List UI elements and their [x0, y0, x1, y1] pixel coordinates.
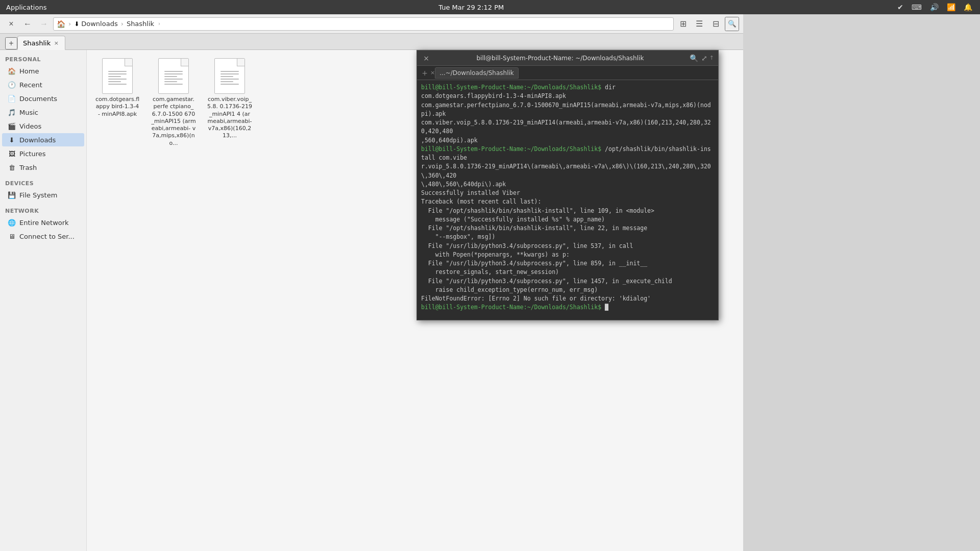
terminal-command: dir	[605, 84, 616, 91]
terminal-title: bill@bill-System-Product-Name: ~/Downloa…	[431, 55, 689, 62]
terminal-scroll-indicator: ↑	[709, 55, 714, 61]
file-name-perfectpiano: com.gamestar.perfe ctpiano_6.7.0-1500 67…	[151, 96, 196, 147]
file-item-flappybird[interactable]: com.dotgears.flappy bird-1.3-4- minAPI8.…	[92, 55, 143, 150]
sidebar-item-downloads[interactable]: ⬇ Downloads	[2, 133, 84, 146]
sidebar-pictures-label: Pictures	[19, 150, 45, 158]
fm-sidebar: Personal 🏠 Home 🕐 Recent 📄 Documents 🎵 M…	[0, 50, 87, 551]
sidebar-item-entire-network[interactable]: 🌐 Entire Network	[2, 216, 84, 229]
file-name-flappybird: com.dotgears.flappy bird-1.3-4- minAPI8.…	[95, 96, 140, 118]
terminal-tab-close[interactable]: ×	[430, 69, 435, 76]
tab-close-button[interactable]: ×	[53, 39, 60, 46]
home-icon: 🏠	[7, 66, 16, 76]
sidebar-item-pictures[interactable]: 🖼 Pictures	[2, 147, 84, 160]
downloads-sidebar-icon: ⬇	[7, 135, 16, 144]
network-section-label: Network	[0, 206, 86, 215]
topbar: Applications Tue Mar 29 2:12 PM ✔ ⌨ 🔊 📶 …	[0, 0, 980, 14]
tab-shashlik-label: Shashlik	[23, 39, 51, 47]
terminal-line: Traceback (most recent call last):	[421, 197, 714, 206]
file-item-viber[interactable]: com.viber.voip_5.8. 0.1736-219_minAPI1 4…	[204, 55, 255, 150]
terminal-titlebar: × bill@bill-System-Product-Name: ~/Downl…	[417, 51, 718, 66]
terminal-close-button[interactable]: ×	[421, 53, 431, 63]
connect-server-icon: 🖥	[7, 232, 16, 241]
volume-icon[interactable]: 🔊	[928, 3, 940, 11]
personal-section-label: Personal	[0, 54, 86, 64]
address-downloads[interactable]: Downloads	[81, 20, 117, 28]
sidebar-item-videos[interactable]: 🎬 Videos	[2, 119, 84, 133]
compact-view-button[interactable]: ⊟	[708, 17, 723, 31]
sidebar-filesystem-label: File System	[19, 191, 57, 199]
terminal-tabs: + × ...~/Downloads/Shashlik	[417, 66, 718, 80]
close-button[interactable]: ×	[4, 17, 18, 31]
keyboard-icon[interactable]: ⌨	[910, 3, 923, 11]
terminal-prompt: bill@bill-System-Product-Name:~/Download…	[421, 304, 605, 311]
sidebar-item-filesystem[interactable]: 💾 File System	[2, 188, 84, 202]
terminal-search-button[interactable]: 🔍	[689, 53, 699, 63]
sidebar-item-recent[interactable]: 🕐 Recent	[2, 78, 84, 91]
pictures-icon: 🖼	[7, 149, 16, 158]
videos-icon: 🎬	[7, 121, 16, 131]
trash-icon: 🗑	[7, 163, 16, 172]
sidebar-entire-network-label: Entire Network	[19, 219, 69, 227]
sidebar-music-label: Music	[19, 109, 38, 116]
sidebar-item-music[interactable]: 🎵 Music	[2, 106, 84, 119]
sidebar-item-home[interactable]: 🏠 Home	[2, 64, 84, 78]
terminal-line: message ("Successfully installed %s" % a…	[421, 215, 714, 224]
terminal-line: restore_signals, start_new_session)	[421, 268, 714, 277]
tab-shashlik[interactable]: Shashlik ×	[17, 36, 65, 50]
terminal-line: bill@bill-System-Product-Name:~/Download…	[421, 303, 714, 312]
file-icon-flappybird	[102, 58, 133, 94]
terminal-line: com.gamestar.perfectpiano_6.7.0-1500670_…	[421, 101, 714, 119]
entire-network-icon: 🌐	[7, 218, 16, 227]
terminal-tab-label: ...~/Downloads/Shashlik	[439, 69, 514, 77]
sidebar-documents-label: Documents	[19, 95, 57, 103]
filesystem-icon: 💾	[7, 190, 16, 199]
forward-button[interactable]: →	[37, 17, 51, 31]
antivirus-icon[interactable]: ✔	[896, 3, 905, 11]
file-icon-viber	[214, 58, 245, 94]
terminal-line: File "/usr/lib/python3.4/subprocess.py",…	[421, 242, 714, 251]
terminal-line: File "/opt/shashlik/bin/shashlik-install…	[421, 207, 714, 215]
icon-view-button[interactable]: ⊞	[676, 17, 690, 31]
terminal-line: \,480\,560\,640dpi\).apk	[421, 180, 714, 189]
terminal-line: FileNotFoundError: [Errno 2] No such fil…	[421, 294, 714, 303]
fm-tabs: + Shashlik ×	[0, 34, 743, 50]
address-home-icon: 🏠	[57, 20, 65, 28]
terminal-line: ,560,640dpi).apk	[421, 136, 714, 145]
file-icon-perfectpiano	[158, 58, 189, 94]
sidebar-item-connect-server[interactable]: 🖥 Connect to Ser...	[2, 230, 84, 243]
sidebar-downloads-label: Downloads	[19, 136, 56, 144]
network-status-icon[interactable]: 📶	[945, 3, 957, 11]
terminal-tab[interactable]: ...~/Downloads/Shashlik	[435, 67, 519, 79]
sidebar-videos-label: Videos	[19, 122, 41, 130]
devices-section-label: Devices	[0, 178, 86, 188]
sidebar-item-documents[interactable]: 📄 Documents	[2, 92, 84, 105]
terminal-line: with Popen(*popenargs, **kwargs) as p:	[421, 251, 714, 259]
sidebar-recent-label: Recent	[19, 81, 42, 89]
list-view-button[interactable]: ☰	[692, 17, 706, 31]
back-button[interactable]: ←	[20, 17, 35, 31]
terminal-line: "--msgbox", msg])	[421, 233, 714, 241]
file-name-viber: com.viber.voip_5.8. 0.1736-219_minAPI1 4…	[207, 96, 252, 140]
terminal-line: raise child_exception_type(errno_num, er…	[421, 286, 714, 294]
terminal-line: bill@bill-System-Product-Name:~/Download…	[421, 145, 714, 163]
terminal-body[interactable]: bill@bill-System-Product-Name:~/Download…	[417, 80, 718, 320]
address-shashlik[interactable]: Shashlik	[127, 20, 154, 28]
terminal-line: File "/usr/lib/python3.4/subprocess.py",…	[421, 277, 714, 286]
terminal-prompt: bill@bill-System-Product-Name:~/Download…	[421, 84, 605, 91]
search-button[interactable]: 🔍	[725, 17, 739, 31]
notification-icon[interactable]: 🔔	[962, 3, 974, 11]
terminal-cursor: █	[605, 304, 608, 311]
terminal-add-tab-button[interactable]: +	[419, 67, 430, 79]
terminal-line: File "/usr/lib/python3.4/subprocess.py",…	[421, 259, 714, 268]
documents-icon: 📄	[7, 94, 16, 103]
file-item-perfectpiano[interactable]: com.gamestar.perfe ctpiano_6.7.0-1500 67…	[148, 55, 199, 150]
sidebar-item-trash[interactable]: 🗑 Trash	[2, 161, 84, 174]
terminal-line: File "/opt/shashlik/bin/shashlik-install…	[421, 224, 714, 233]
add-tab-button[interactable]: +	[5, 37, 17, 49]
datetime: Tue Mar 29 2:12 PM	[438, 4, 504, 11]
terminal-line: com.dotgears.flappybird-1.3-4-minAPI8.ap…	[421, 92, 714, 101]
terminal-maximize-button[interactable]: ⤢	[699, 53, 709, 63]
terminal-line: bill@bill-System-Product-Name:~/Download…	[421, 83, 714, 92]
terminal-line: com.viber.voip_5.8.0.1736-219_minAPI14(a…	[421, 118, 714, 136]
applications-menu[interactable]: Applications	[6, 4, 46, 11]
